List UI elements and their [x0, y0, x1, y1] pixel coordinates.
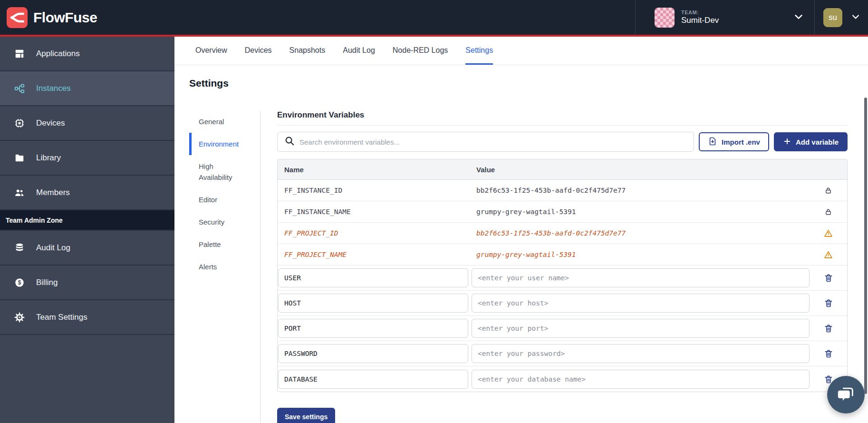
section-heading: Environment Variables — [277, 110, 848, 126]
delete-variable-button[interactable] — [824, 349, 833, 358]
env-var-name-input[interactable] — [278, 268, 468, 287]
table-row-editable — [278, 366, 847, 392]
table-row-editable — [278, 291, 847, 316]
search-box — [277, 132, 694, 152]
tab-node-red-logs[interactable]: Node-RED Logs — [393, 37, 448, 65]
scrollbar-thumb[interactable] — [864, 98, 867, 394]
instance-tabbar: Overview Devices Snapshots Audit Log Nod… — [174, 37, 868, 65]
sidebar-item-label: Billing — [36, 278, 58, 287]
delete-variable-button[interactable] — [824, 273, 833, 283]
search-input[interactable] — [299, 138, 687, 146]
settings-nav-palette[interactable]: Palette — [189, 233, 260, 256]
team-label: TEAM: — [681, 10, 719, 15]
sidebar-item-audit-log[interactable]: Audit Log — [0, 231, 174, 266]
env-table: Name Value FF_INSTANCE_ID bb2f6c53-1f25-… — [277, 159, 848, 392]
svg-text:$: $ — [18, 279, 21, 286]
delete-variable-button[interactable] — [824, 298, 833, 308]
search-icon — [284, 136, 295, 148]
team-name: Sumit-Dev — [681, 16, 719, 25]
team-admin-zone-label: Team Admin Zone — [0, 210, 174, 231]
sidebar-item-label: Instances — [36, 84, 71, 93]
instances-icon — [14, 83, 25, 94]
tab-overview[interactable]: Overview — [195, 37, 227, 65]
env-var-name: FF_INSTANCE_ID — [278, 187, 476, 194]
sidebar-item-library[interactable]: Library — [0, 141, 174, 176]
settings-nav-high-availability[interactable]: High Availability — [189, 155, 260, 188]
sidebar-item-label: Devices — [36, 118, 65, 128]
env-var-value-input[interactable] — [472, 344, 810, 363]
env-var-value: grumpy-grey-wagtail-5391 — [476, 208, 810, 216]
users-icon — [14, 187, 25, 198]
table-row-deprecated: FF_PROJECT_ID bb2f6c53-1f25-453b-aafd-0c… — [278, 223, 847, 244]
folder-icon — [14, 153, 25, 163]
settings-nav-general[interactable]: General — [189, 110, 260, 133]
sidebar-item-members[interactable]: Members — [0, 176, 174, 210]
sidebar-item-applications[interactable]: Applications — [0, 37, 174, 71]
sidebar-item-instances[interactable]: Instances — [0, 71, 174, 106]
env-var-value-input[interactable] — [472, 268, 810, 287]
settings-nav-alerts[interactable]: Alerts — [189, 256, 260, 278]
environment-panel: Environment Variables — [260, 110, 868, 423]
team-text: TEAM: Sumit-Dev — [681, 10, 719, 25]
env-var-value-input[interactable] — [472, 294, 810, 313]
column-header-name: Name — [278, 166, 476, 174]
user-avatar: su — [823, 8, 842, 27]
devices-icon — [14, 118, 25, 128]
tab-devices[interactable]: Devices — [245, 37, 272, 65]
body-row: Applications Instances D — [0, 37, 868, 423]
database-icon — [14, 243, 25, 253]
env-var-name-input[interactable] — [278, 344, 468, 363]
env-var-name: FF_PROJECT_ID — [278, 229, 476, 237]
topbar-right: TEAM: Sumit-Dev su — [635, 0, 868, 35]
chat-widget-button[interactable] — [827, 376, 865, 413]
env-var-value: bb2f6c53-1f25-453b-aafd-0c2f475d7e77 — [476, 229, 810, 237]
sidebar-item-label: Audit Log — [36, 243, 70, 253]
plus-icon — [783, 137, 791, 147]
sidebar-item-billing[interactable]: $ Billing — [0, 266, 174, 300]
sidebar-item-team-settings[interactable]: Team Settings — [0, 300, 174, 335]
tab-snapshots[interactable]: Snapshots — [289, 37, 326, 65]
save-settings-button[interactable]: Save settings — [277, 408, 335, 423]
env-var-value-input[interactable] — [472, 319, 810, 338]
delete-variable-button[interactable] — [824, 324, 833, 333]
table-row-editable — [278, 266, 847, 291]
page-title: Settings — [189, 78, 868, 89]
lock-icon — [810, 208, 847, 216]
sidebar-item-label: Members — [36, 188, 70, 197]
settings-nav-editor[interactable]: Editor — [189, 188, 260, 211]
env-var-name: FF_INSTANCE_NAME — [278, 208, 476, 216]
lock-icon — [810, 187, 847, 195]
sidebar: Applications Instances D — [0, 37, 174, 423]
env-var-value: grumpy-grey-wagtail-5391 — [476, 251, 810, 258]
table-row-deprecated: FF_PROJECT_NAME grumpy-grey-wagtail-5391 — [278, 244, 847, 266]
import-file-icon — [708, 137, 717, 148]
settings-nav-security[interactable]: Security — [189, 211, 260, 233]
sidebar-item-devices[interactable]: Devices — [0, 106, 174, 141]
flowfuse-logo-icon — [7, 7, 28, 28]
brand[interactable]: FlowFuse — [7, 7, 97, 28]
column-header-value: Value — [476, 166, 810, 174]
sidebar-item-label: Team Settings — [36, 313, 87, 322]
team-selector[interactable]: TEAM: Sumit-Dev — [635, 0, 814, 35]
import-env-button[interactable]: Import .env — [699, 132, 769, 151]
sidebar-item-label: Applications — [36, 49, 80, 59]
tab-settings[interactable]: Settings — [465, 37, 493, 65]
chevron-down-icon — [793, 11, 804, 24]
table-row: FF_INSTANCE_NAME grumpy-grey-wagtail-539… — [278, 201, 847, 223]
team-avatar — [655, 8, 675, 28]
env-var-name-input[interactable] — [278, 319, 468, 338]
warning-icon — [810, 229, 847, 238]
tab-audit-log[interactable]: Audit Log — [343, 37, 375, 65]
warning-icon — [810, 250, 847, 259]
env-var-name-input[interactable] — [278, 370, 468, 389]
user-menu[interactable]: su — [814, 0, 868, 35]
topbar: FlowFuse TEAM: Sumit-Dev su — [0, 0, 868, 37]
env-var-value-input[interactable] — [472, 370, 810, 389]
flowfuse-app: FlowFuse TEAM: Sumit-Dev su — [0, 0, 868, 423]
settings-nav-environment[interactable]: Environment — [189, 133, 260, 155]
settings-nav: General Environment High Availability Ed… — [189, 110, 260, 423]
add-variable-button[interactable]: Add variable — [774, 132, 848, 151]
applications-icon — [14, 49, 25, 59]
table-row-editable — [278, 316, 847, 341]
env-var-name-input[interactable] — [278, 294, 468, 313]
